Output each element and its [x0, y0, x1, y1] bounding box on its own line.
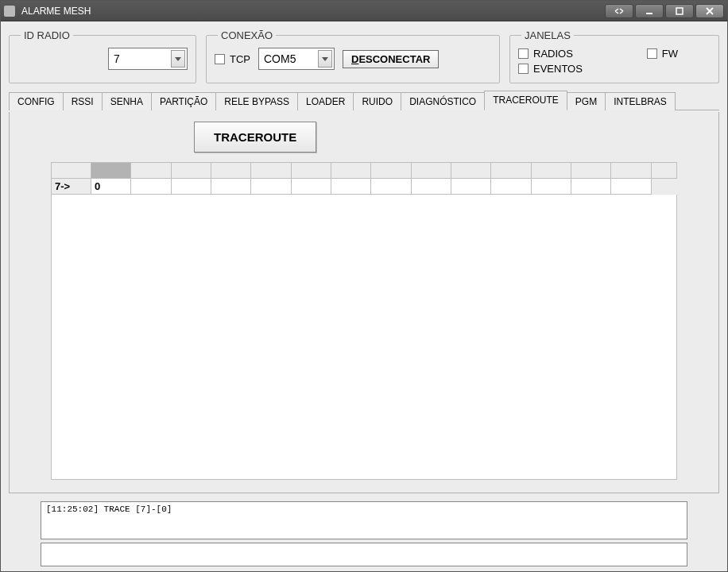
eventos-checkbox[interactable]: EVENTOS	[518, 63, 615, 75]
trace-row-head: 7->	[52, 179, 91, 195]
client-area: ID RADIO 7 CONEXÃO TCP COM	[1, 21, 727, 571]
command-input[interactable]	[41, 543, 687, 566]
tab-senha[interactable]: SENHA	[102, 92, 152, 110]
checkbox-box	[518, 48, 529, 59]
tab-pgm[interactable]: PGM	[567, 92, 606, 110]
bottom-area: [11:25:02] TRACE [7]-[0]	[9, 501, 719, 566]
fw-checkbox[interactable]: FW	[647, 48, 711, 60]
id-radio-legend: ID RADIO	[21, 29, 73, 41]
tab-config[interactable]: CONFIG	[9, 92, 64, 110]
radios-checkbox[interactable]: RADIOS	[518, 48, 615, 60]
trace-cell[interactable]	[331, 179, 371, 195]
ribbon-arrow-button[interactable]	[605, 4, 633, 18]
tab-particao[interactable]: PARTIÇÃO	[151, 92, 216, 110]
window-title: ALARME MESH	[21, 6, 91, 17]
table-header-row	[52, 163, 677, 179]
grid-col-11[interactable]	[531, 163, 571, 179]
grid-col-6[interactable]	[331, 163, 371, 179]
trace-cell[interactable]	[291, 179, 331, 195]
minimize-button[interactable]	[635, 4, 664, 18]
grid-empty-area	[51, 195, 677, 480]
grid-col-7[interactable]	[371, 163, 411, 179]
tab-ruido[interactable]: RUIDO	[353, 92, 401, 110]
trace-cell[interactable]	[571, 179, 611, 195]
tcp-label: TCP	[230, 53, 250, 65]
log-output[interactable]: [11:25:02] TRACE [7]-[0]	[41, 501, 687, 539]
tab-rssi[interactable]: RSSI	[63, 92, 103, 110]
grid-col-pad	[652, 163, 677, 179]
app-icon	[4, 6, 15, 17]
tabpanel-traceroute: TRACEROUTE	[9, 112, 719, 493]
tab-loader[interactable]: LOADER	[297, 92, 354, 110]
grid-col-13[interactable]	[611, 163, 652, 179]
grid-col-10[interactable]	[491, 163, 531, 179]
trace-cell[interactable]	[251, 179, 291, 195]
trace-cell[interactable]	[371, 179, 411, 195]
group-janelas: JANELAS RADIOS FW EVENTOS	[509, 29, 719, 83]
trace-cell[interactable]	[491, 179, 531, 195]
top-panels: ID RADIO 7 CONEXÃO TCP COM	[9, 29, 719, 83]
close-button[interactable]	[695, 4, 724, 18]
grid-col-9[interactable]	[451, 163, 491, 179]
trace-cell[interactable]	[171, 179, 211, 195]
grid-col-1[interactable]	[131, 163, 171, 179]
conexao-legend: CONEXÃO	[218, 29, 276, 41]
trace-cell-0[interactable]: 0	[91, 179, 131, 195]
group-conexao: CONEXÃO TCP COM5 DESCONECTAR	[206, 29, 500, 83]
chevron-down-icon	[318, 50, 332, 68]
janelas-legend: JANELAS	[521, 29, 574, 41]
checkbox-box	[215, 54, 225, 64]
fw-label: FW	[662, 48, 678, 60]
grid-corner	[52, 163, 91, 179]
com-port-value: COM5	[264, 52, 296, 65]
tcp-checkbox[interactable]: TCP	[215, 53, 250, 65]
radios-label: RADIOS	[533, 48, 573, 60]
checkbox-box	[518, 64, 529, 74]
trace-cell[interactable]	[411, 179, 451, 195]
disconnect-button[interactable]: DESCONECTAR	[343, 50, 439, 68]
id-radio-combo[interactable]: 7	[108, 48, 188, 70]
tab-traceroute[interactable]: TRACEROUTE	[484, 91, 567, 110]
tab-diagnostico[interactable]: DIAGNÓSTICO	[401, 92, 485, 110]
traceroute-button[interactable]: TRACEROUTE	[194, 122, 316, 153]
grid-col-2[interactable]	[171, 163, 211, 179]
maximize-button[interactable]	[665, 4, 694, 18]
trace-cell[interactable]	[131, 179, 171, 195]
chevron-down-icon	[171, 50, 185, 68]
trace-grid-wrap: 7-> 0	[51, 162, 677, 480]
tab-intelbras[interactable]: INTELBRAS	[605, 92, 676, 110]
trace-cell[interactable]	[451, 179, 491, 195]
trace-grid[interactable]: 7-> 0	[51, 162, 677, 195]
svg-rect-0	[646, 13, 652, 14]
grid-col-5[interactable]	[291, 163, 331, 179]
id-radio-value: 7	[114, 52, 120, 65]
trace-cell[interactable]	[211, 179, 251, 195]
com-port-combo[interactable]: COM5	[258, 48, 335, 70]
table-row[interactable]: 7-> 0	[52, 179, 677, 195]
titlebar: ALARME MESH	[1, 1, 727, 21]
grid-col-3[interactable]	[211, 163, 251, 179]
grid-col-8[interactable]	[411, 163, 451, 179]
eventos-label: EVENTOS	[533, 63, 583, 75]
tab-rele-bypass[interactable]: RELE BYPASS	[215, 92, 298, 110]
app-window: ALARME MESH ID RADIO 7	[0, 0, 728, 572]
tabstrip: CONFIG RSSI SENHA PARTIÇÃO RELE BYPASS L…	[9, 90, 719, 110]
titlebar-buttons	[605, 4, 724, 18]
checkbox-box	[647, 48, 657, 59]
group-id-radio: ID RADIO 7	[9, 29, 196, 83]
grid-col-0[interactable]	[91, 163, 131, 179]
trace-cell[interactable]	[531, 179, 571, 195]
grid-col-4[interactable]	[251, 163, 291, 179]
trace-cell[interactable]	[611, 179, 652, 195]
grid-col-12[interactable]	[571, 163, 611, 179]
svg-rect-1	[676, 8, 683, 14]
